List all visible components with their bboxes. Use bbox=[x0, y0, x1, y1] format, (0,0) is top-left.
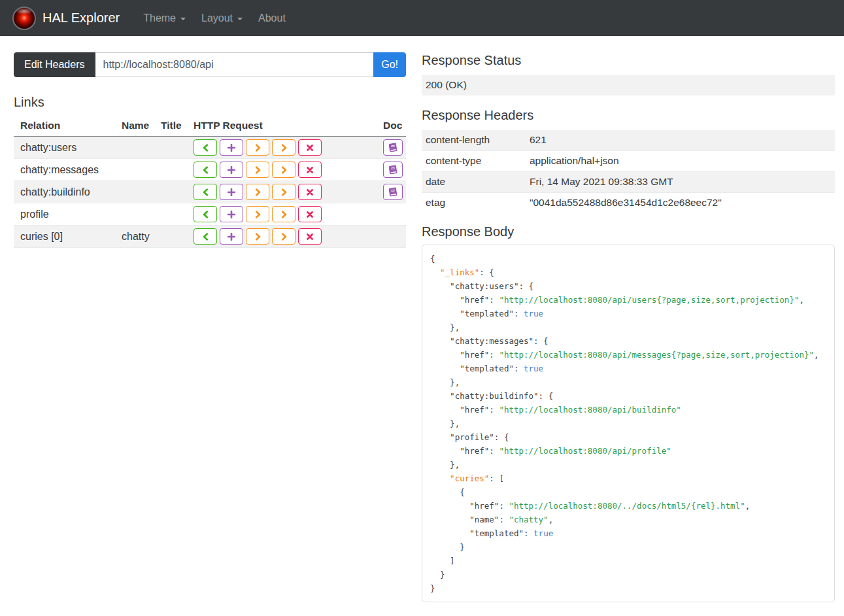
go-button[interactable]: Go! bbox=[373, 52, 406, 77]
http-request-button-strip bbox=[194, 162, 383, 178]
left-column: Edit Headers Go! Links Relation Name Tit… bbox=[14, 52, 406, 248]
get-button[interactable] bbox=[194, 206, 217, 222]
header-value: "0041da552488d86e31454d1c2e68eec72" bbox=[526, 193, 835, 214]
put-button[interactable] bbox=[246, 184, 269, 200]
link-relation: chatty:buildinfo bbox=[14, 181, 122, 203]
code-line: } bbox=[430, 568, 826, 581]
links-table-header-row: Relation Name Title HTTP Request Doc bbox=[14, 117, 406, 137]
code-line: "templated": true bbox=[430, 526, 826, 540]
doc-button[interactable] bbox=[383, 162, 403, 178]
response-header-row: dateFri, 14 May 2021 09:38:33 GMT bbox=[422, 172, 835, 193]
patch-button[interactable] bbox=[272, 184, 295, 200]
delete-button[interactable] bbox=[298, 162, 322, 178]
code-line: }, bbox=[430, 417, 826, 430]
http-request-button-strip bbox=[194, 139, 383, 156]
request-bar: Edit Headers Go! bbox=[14, 52, 406, 77]
nav-item-layout[interactable]: Layout bbox=[194, 12, 250, 24]
post-button[interactable] bbox=[220, 184, 243, 200]
links-section-title: Links bbox=[14, 95, 406, 109]
chevron-left-icon bbox=[202, 233, 209, 241]
hal-9000-eye-icon bbox=[12, 7, 36, 30]
code-line: { bbox=[430, 252, 826, 265]
response-headers-body: content-length621content-typeapplication… bbox=[422, 130, 835, 213]
response-header-row: content-length621 bbox=[422, 130, 835, 151]
post-button[interactable] bbox=[220, 206, 243, 222]
post-button[interactable] bbox=[220, 228, 243, 245]
post-button[interactable] bbox=[220, 162, 243, 178]
doc-button[interactable] bbox=[383, 139, 403, 156]
column-header-http-request: HTTP Request bbox=[194, 117, 383, 137]
code-line: "chatty:users": { bbox=[430, 279, 826, 293]
link-row: chatty:buildinfo bbox=[14, 181, 406, 203]
response-headers-table: content-length621content-typeapplication… bbox=[422, 130, 835, 213]
chevron-right-icon bbox=[280, 233, 288, 241]
book-icon bbox=[389, 188, 397, 196]
chevron-right-icon bbox=[280, 144, 288, 152]
delete-button[interactable] bbox=[298, 228, 322, 245]
api-url-input[interactable] bbox=[95, 52, 374, 77]
x-icon bbox=[307, 189, 313, 196]
get-button[interactable] bbox=[194, 162, 217, 178]
response-body-code: { "_links": { "chatty:users": { "href": … bbox=[422, 245, 835, 602]
link-relation: chatty:messages bbox=[14, 159, 122, 181]
delete-button[interactable] bbox=[298, 206, 322, 222]
put-button[interactable] bbox=[246, 139, 269, 156]
chevron-left-icon bbox=[202, 166, 209, 174]
navbar: HAL Explorer ThemeLayoutAbout bbox=[0, 0, 844, 36]
patch-button[interactable] bbox=[272, 228, 295, 245]
nav-item-label: Layout bbox=[201, 12, 233, 24]
http-request-buttons bbox=[194, 181, 383, 203]
header-key: content-type bbox=[422, 151, 526, 172]
links-table: Relation Name Title HTTP Request Doc cha… bbox=[14, 117, 406, 248]
doc-cell bbox=[383, 159, 406, 181]
chevron-right-icon bbox=[254, 188, 262, 196]
code-line: "profile": { bbox=[430, 430, 826, 444]
column-header-name: Name bbox=[122, 117, 161, 137]
nav-item-about[interactable]: About bbox=[250, 12, 294, 24]
links-table-body: chatty:userschatty:messageschatty:buildi… bbox=[14, 137, 406, 248]
link-relation: profile bbox=[14, 203, 122, 226]
http-request-buttons bbox=[194, 159, 383, 181]
get-button[interactable] bbox=[194, 228, 217, 245]
code-line: "templated": true bbox=[430, 362, 826, 375]
edit-headers-button[interactable]: Edit Headers bbox=[14, 52, 95, 77]
code-line: } bbox=[430, 540, 826, 554]
doc-cell bbox=[383, 137, 406, 159]
link-row: profile bbox=[14, 203, 406, 226]
chevron-right-icon bbox=[280, 211, 288, 218]
chevron-right-icon bbox=[280, 166, 288, 174]
post-button[interactable] bbox=[220, 139, 243, 156]
plus-icon bbox=[228, 166, 235, 174]
x-icon bbox=[307, 211, 313, 218]
get-button[interactable] bbox=[194, 139, 217, 156]
http-request-button-strip bbox=[194, 228, 383, 245]
chevron-down-icon bbox=[180, 18, 186, 20]
delete-button[interactable] bbox=[298, 139, 322, 156]
patch-button[interactable] bbox=[272, 206, 295, 222]
code-line: ] bbox=[430, 554, 826, 568]
link-title bbox=[161, 159, 194, 181]
link-title bbox=[161, 203, 194, 226]
put-button[interactable] bbox=[246, 228, 269, 245]
code-line: "curies": [ bbox=[430, 471, 826, 485]
link-name bbox=[122, 159, 161, 181]
brand-title[interactable]: HAL Explorer bbox=[42, 10, 120, 26]
plus-icon bbox=[228, 211, 235, 218]
patch-button[interactable] bbox=[272, 162, 295, 178]
header-value: 621 bbox=[526, 130, 835, 151]
code-line: }, bbox=[430, 320, 826, 334]
nav-item-theme[interactable]: Theme bbox=[135, 12, 194, 24]
patch-button[interactable] bbox=[272, 139, 295, 156]
link-title bbox=[161, 226, 194, 248]
get-button[interactable] bbox=[194, 184, 217, 200]
doc-cell bbox=[383, 203, 406, 226]
put-button[interactable] bbox=[246, 162, 269, 178]
chevron-left-icon bbox=[202, 188, 209, 196]
column-header-doc: Doc bbox=[383, 117, 406, 137]
http-request-buttons bbox=[194, 137, 383, 159]
http-request-buttons bbox=[194, 203, 383, 226]
delete-button[interactable] bbox=[298, 184, 322, 200]
doc-button[interactable] bbox=[383, 184, 403, 200]
book-icon bbox=[389, 143, 397, 152]
put-button[interactable] bbox=[246, 206, 269, 222]
